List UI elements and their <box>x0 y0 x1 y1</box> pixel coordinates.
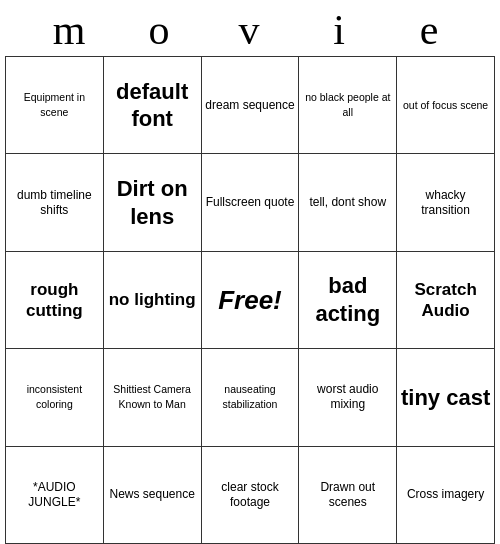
title-letter-v: v <box>205 6 295 54</box>
cell-r2-c0[interactable]: rough cutting <box>6 251 104 348</box>
cell-r3-c3[interactable]: worst audio mixing <box>299 349 397 446</box>
cell-r4-c3[interactable]: Drawn out scenes <box>299 446 397 543</box>
cell-r4-c0[interactable]: *AUDIO JUNGLE* <box>6 446 104 543</box>
title-letter-i: i <box>295 6 385 54</box>
cell-r0-c3[interactable]: no black people at all <box>299 57 397 154</box>
cell-r1-c2[interactable]: Fullscreen quote <box>201 154 299 251</box>
bingo-grid: Equipment in scenedefault fontdream sequ… <box>5 56 495 544</box>
title-letter-e: e <box>385 6 475 54</box>
title-letter-o: o <box>115 6 205 54</box>
cell-r0-c4[interactable]: out of focus scene <box>397 57 495 154</box>
cell-r1-c0[interactable]: dumb timeline shifts <box>6 154 104 251</box>
cell-r3-c4[interactable]: tiny cast <box>397 349 495 446</box>
cell-r1-c3[interactable]: tell, dont show <box>299 154 397 251</box>
cell-r4-c4[interactable]: Cross imagery <box>397 446 495 543</box>
cell-r4-c1[interactable]: News sequence <box>103 446 201 543</box>
cell-r3-c0[interactable]: inconsistent coloring <box>6 349 104 446</box>
cell-r2-c1[interactable]: no lighting <box>103 251 201 348</box>
title-letter-m: m <box>25 6 115 54</box>
cell-r4-c2[interactable]: clear stock footage <box>201 446 299 543</box>
cell-r1-c1[interactable]: Dirt on lens <box>103 154 201 251</box>
cell-r0-c1[interactable]: default font <box>103 57 201 154</box>
cell-r2-c4[interactable]: Scratch Audio <box>397 251 495 348</box>
cell-r2-c2[interactable]: Free! <box>201 251 299 348</box>
cell-r2-c3[interactable]: bad acting <box>299 251 397 348</box>
cell-r1-c4[interactable]: whacky transition <box>397 154 495 251</box>
cell-r3-c1[interactable]: Shittiest Camera Known to Man <box>103 349 201 446</box>
cell-r0-c2[interactable]: dream sequence <box>201 57 299 154</box>
cell-r0-c0[interactable]: Equipment in scene <box>6 57 104 154</box>
cell-r3-c2[interactable]: nauseating stabilization <box>201 349 299 446</box>
title-row: m o v i e <box>0 0 500 56</box>
